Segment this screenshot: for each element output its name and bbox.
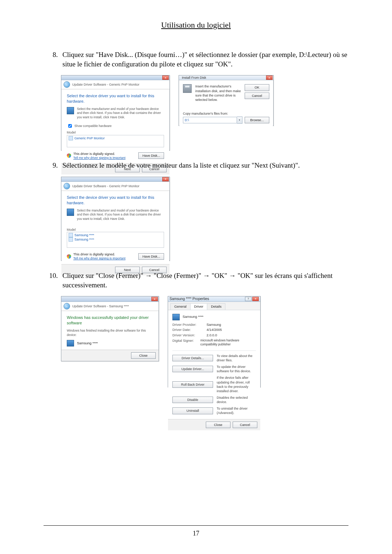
monitor-icon xyxy=(69,233,73,237)
driver-details-button[interactable]: Driver Details... xyxy=(172,355,213,361)
step-9-text: Sélectionnez le modèle de votre moniteur… xyxy=(60,161,348,170)
step-9: Sélectionnez le modèle de votre moniteur… xyxy=(60,161,348,261)
window-titlebar: ✕ xyxy=(61,296,159,302)
finished-text: Windows has finished installing the driv… xyxy=(67,329,153,337)
show-compatible-label: Show compatible hardware xyxy=(74,124,112,128)
update-driver-wizard-2: ✕ ← Update Driver Software - Generic PnP… xyxy=(61,177,170,261)
wizard-instruction: Select the device driver you want to ins… xyxy=(67,195,164,206)
close-icon[interactable]: ✕ xyxy=(151,297,158,301)
signed-text: This driver is digitally signed. xyxy=(73,152,126,156)
monitor-icon xyxy=(69,237,73,242)
provider-label: Driver Provider: xyxy=(172,323,202,327)
signer-label: Digital Signer: xyxy=(172,338,196,347)
install-from-disk-dialog: Install From Disk ✕ Insert the manufactu… xyxy=(179,75,274,126)
help-icon[interactable]: ? xyxy=(245,297,252,301)
model-list[interactable]: Samsung **** Samsung **** xyxy=(67,232,164,248)
uninstall-button[interactable]: Uninstall xyxy=(172,407,213,414)
cancel-button[interactable]: Cancel xyxy=(233,422,257,428)
signed-text: This driver is digitally signed. xyxy=(73,252,126,257)
chip-icon xyxy=(67,209,74,216)
monitor-icon xyxy=(172,314,180,320)
have-disk-button[interactable]: Have Disk... xyxy=(138,253,164,260)
date-label: Driver Date: xyxy=(172,328,202,332)
window-titlebar: ✕ xyxy=(61,177,170,182)
tab-driver[interactable]: Driver xyxy=(190,303,207,310)
cancel-button[interactable]: Cancel xyxy=(245,93,269,99)
disable-desc: Disables the selected device. xyxy=(217,395,256,404)
update-driver-desc: To update the driver software for this d… xyxy=(217,365,256,373)
monitor-icon xyxy=(69,136,73,140)
close-icon[interactable]: ✕ xyxy=(266,75,273,80)
have-disk-button[interactable]: Have Disk... xyxy=(138,152,164,159)
wizard-hint: Select the manufacturer and model of you… xyxy=(67,209,164,221)
step-8: Cliquez sur "Have Disk... (Disque fourni… xyxy=(60,50,348,151)
driver-properties-dialog: Samsung **** Properties ? ✕ General Driv… xyxy=(168,296,261,387)
model-list[interactable]: Generic PnP Monitor xyxy=(67,135,164,147)
close-icon[interactable]: ✕ xyxy=(252,297,259,301)
wizard-hint-text: Select the manufacturer and model of you… xyxy=(77,209,164,221)
update-driver-wizard-success: ✕ ← Update Driver Software - Samsung ***… xyxy=(61,296,159,361)
wizard-header: ← Update Driver Software - Generic PnP M… xyxy=(61,80,170,89)
chip-icon xyxy=(67,107,74,114)
list-item-label: Generic PnP Monitor xyxy=(74,136,105,140)
device-name: Samsung **** xyxy=(183,315,204,319)
chevron-down-icon[interactable]: ▾ xyxy=(237,116,242,124)
ok-button[interactable]: OK xyxy=(245,84,269,91)
window-titlebar: ✕ xyxy=(61,75,170,80)
window-titlebar: Install From Disk ✕ xyxy=(179,75,273,80)
list-item[interactable]: Generic PnP Monitor xyxy=(69,136,162,140)
page-number: 17 xyxy=(0,530,392,537)
path-input[interactable] xyxy=(183,117,237,123)
back-arrow-icon[interactable]: ← xyxy=(64,81,70,88)
signing-info-link[interactable]: Tell me why driver signing is important xyxy=(73,156,126,160)
close-icon[interactable]: ✕ xyxy=(162,177,169,181)
tab-general[interactable]: General xyxy=(170,303,191,310)
floppy-disk-icon xyxy=(183,84,192,93)
close-button[interactable]: Close xyxy=(131,352,156,359)
list-item[interactable]: Samsung **** xyxy=(69,233,162,237)
show-compatible-checkbox[interactable]: Show compatible hardware xyxy=(67,123,164,129)
version-value: 2.0.0.0 xyxy=(207,333,217,338)
update-driver-button[interactable]: Update Driver... xyxy=(172,366,213,372)
disable-button[interactable]: Disable xyxy=(172,397,213,403)
model-label: Model xyxy=(67,130,164,135)
signer-value: microsoft windows hardware compatibility… xyxy=(200,338,256,347)
signing-info-link[interactable]: Tell me why driver signing is important xyxy=(73,257,126,260)
wizard-path: Update Driver Software - Samsung **** xyxy=(72,304,129,308)
update-driver-wizard-1: ✕ ← Update Driver Software - Generic PnP… xyxy=(61,75,170,151)
section-title: Utilisation du logiciel xyxy=(44,20,348,30)
step-10: Cliquez sur "Close (Fermer)" → "Close (F… xyxy=(60,271,348,387)
list-item[interactable]: Samsung **** xyxy=(69,237,162,242)
wizard-header: ← Update Driver Software - Samsung **** xyxy=(61,302,159,311)
show-compatible-input[interactable] xyxy=(68,124,72,128)
close-button[interactable]: Close xyxy=(206,422,230,428)
step-8-text: Cliquez sur "Have Disk... (Disque fourni… xyxy=(60,50,348,69)
wizard-instruction: Select the device driver you want to ins… xyxy=(67,93,164,104)
wizard-header: ← Update Driver Software - Generic PnP M… xyxy=(61,182,170,191)
wizard-path: Update Driver Software - Generic PnP Mon… xyxy=(72,82,139,87)
uninstall-desc: To uninstall the driver (Advanced). xyxy=(217,406,256,415)
close-icon[interactable]: ✕ xyxy=(162,75,169,80)
dialog-title: Install From Disk xyxy=(180,75,266,80)
shield-icon xyxy=(67,254,71,259)
back-arrow-icon[interactable]: ← xyxy=(64,303,70,309)
driver-details-desc: To view details about the driver files. xyxy=(217,354,256,362)
device-name: Samsung **** xyxy=(77,341,98,346)
list-item-label: Samsung **** xyxy=(74,237,94,242)
dialog-title: Samsung **** Properties xyxy=(170,296,209,301)
back-arrow-icon[interactable]: ← xyxy=(64,183,70,189)
provider-value: Samsung xyxy=(207,323,221,327)
ifd-message: Insert the manufacturer's installation d… xyxy=(195,84,241,102)
tabs: General Driver Details xyxy=(168,302,260,310)
tab-details[interactable]: Details xyxy=(207,303,225,310)
monitor-icon xyxy=(67,340,74,346)
wizard-hint: Select the manufacturer and model of you… xyxy=(67,107,164,119)
version-label: Driver Version: xyxy=(172,333,202,338)
path-combo[interactable]: ▾ xyxy=(183,116,242,124)
roll-back-driver-button[interactable]: Roll Back Driver xyxy=(172,381,213,388)
window-titlebar: Samsung **** Properties ? ✕ xyxy=(168,296,260,302)
list-item-label: Samsung **** xyxy=(74,233,94,237)
shield-icon xyxy=(67,153,71,158)
browse-button[interactable]: Browse... xyxy=(245,117,269,123)
step-10-text: Cliquez sur "Close (Fermer)" → "Close (F… xyxy=(60,271,348,290)
